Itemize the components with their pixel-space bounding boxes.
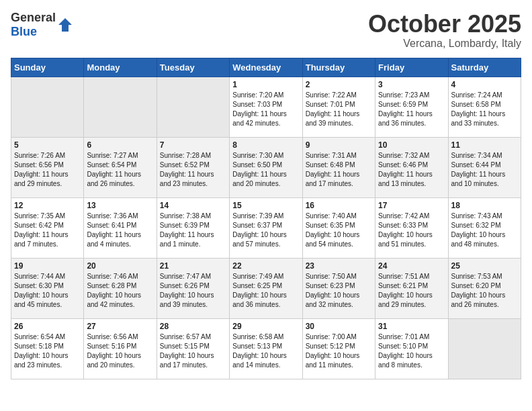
day-cell: 16Sunrise: 7:40 AMSunset: 6:35 PMDayligh… — [302, 197, 375, 258]
cell-details: Sunrise: 7:22 AMSunset: 7:01 PMDaylight:… — [306, 91, 372, 128]
cell-details: Sunrise: 7:38 AMSunset: 6:39 PMDaylight:… — [160, 212, 226, 249]
col-tuesday: Tuesday — [157, 58, 229, 77]
week-row-0: 1Sunrise: 7:20 AMSunset: 7:03 PMDaylight… — [11, 77, 521, 137]
col-thursday: Thursday — [302, 58, 375, 77]
day-number: 31 — [378, 322, 445, 331]
day-number: 10 — [378, 140, 445, 150]
cell-details: Sunrise: 7:31 AMSunset: 6:48 PMDaylight:… — [306, 151, 372, 189]
day-number: 23 — [306, 261, 372, 271]
day-number: 24 — [378, 261, 445, 271]
cell-details: Sunrise: 6:56 AMSunset: 5:16 PMDaylight:… — [87, 332, 153, 370]
day-cell: 14Sunrise: 7:38 AMSunset: 6:39 PMDayligh… — [157, 197, 229, 258]
day-number: 26 — [14, 322, 81, 331]
col-monday: Monday — [84, 58, 157, 77]
cell-details: Sunrise: 7:47 AMSunset: 6:26 PMDaylight:… — [160, 272, 226, 310]
day-cell: 13Sunrise: 7:36 AMSunset: 6:41 PMDayligh… — [84, 197, 157, 258]
day-number: 16 — [306, 201, 372, 210]
day-cell: 1Sunrise: 7:20 AMSunset: 7:03 PMDaylight… — [230, 77, 302, 137]
day-number: 9 — [306, 140, 372, 150]
day-cell: 15Sunrise: 7:39 AMSunset: 6:37 PMDayligh… — [230, 197, 302, 258]
day-cell: 21Sunrise: 7:47 AMSunset: 6:26 PMDayligh… — [157, 258, 229, 318]
cell-details: Sunrise: 7:28 AMSunset: 6:52 PMDaylight:… — [160, 151, 226, 189]
day-cell: 11Sunrise: 7:34 AMSunset: 6:44 PMDayligh… — [448, 137, 521, 197]
svg-marker-0 — [58, 18, 72, 32]
header-row: Sunday Monday Tuesday Wednesday Thursday… — [11, 58, 521, 77]
day-cell: 9Sunrise: 7:31 AMSunset: 6:48 PMDaylight… — [302, 137, 375, 197]
cell-details: Sunrise: 7:32 AMSunset: 6:46 PMDaylight:… — [378, 151, 445, 189]
day-number: 2 — [306, 80, 372, 89]
location-title: Vercana, Lombardy, Italy — [368, 38, 521, 50]
cell-details: Sunrise: 7:43 AMSunset: 6:32 PMDaylight:… — [451, 212, 518, 249]
day-cell — [11, 77, 84, 137]
logo-text: General Blue — [11, 11, 56, 39]
day-number: 15 — [232, 201, 299, 210]
week-row-3: 19Sunrise: 7:44 AMSunset: 6:30 PMDayligh… — [11, 258, 521, 318]
day-cell: 12Sunrise: 7:35 AMSunset: 6:42 PMDayligh… — [11, 197, 84, 258]
day-number: 4 — [451, 80, 518, 89]
cell-details: Sunrise: 7:40 AMSunset: 6:35 PMDaylight:… — [306, 212, 372, 249]
cell-details: Sunrise: 6:58 AMSunset: 5:13 PMDaylight:… — [232, 332, 299, 370]
col-wednesday: Wednesday — [230, 58, 302, 77]
day-cell: 3Sunrise: 7:23 AMSunset: 6:59 PMDaylight… — [375, 77, 448, 137]
week-row-1: 5Sunrise: 7:26 AMSunset: 6:56 PMDaylight… — [11, 137, 521, 197]
cell-details: Sunrise: 7:49 AMSunset: 6:25 PMDaylight:… — [232, 272, 299, 310]
day-cell: 17Sunrise: 7:42 AMSunset: 6:33 PMDayligh… — [375, 197, 448, 258]
day-cell — [157, 77, 229, 137]
day-number: 27 — [87, 322, 153, 331]
day-number: 29 — [232, 322, 299, 331]
cell-details: Sunrise: 6:57 AMSunset: 5:15 PMDaylight:… — [160, 332, 226, 370]
cell-details: Sunrise: 7:44 AMSunset: 6:30 PMDaylight:… — [14, 272, 81, 310]
day-number: 6 — [87, 140, 153, 150]
day-cell: 7Sunrise: 7:28 AMSunset: 6:52 PMDaylight… — [157, 137, 229, 197]
day-number: 25 — [451, 261, 518, 271]
page-header: General Blue October 2025 Vercana, Lomba… — [11, 11, 521, 50]
title-block: October 2025 Vercana, Lombardy, Italy — [368, 11, 521, 50]
day-number: 5 — [14, 140, 81, 150]
day-cell: 30Sunrise: 7:00 AMSunset: 5:12 PMDayligh… — [302, 318, 375, 379]
month-title: October 2025 — [368, 11, 521, 38]
col-saturday: Saturday — [448, 58, 521, 77]
cell-details: Sunrise: 7:34 AMSunset: 6:44 PMDaylight:… — [451, 151, 518, 189]
day-cell: 19Sunrise: 7:44 AMSunset: 6:30 PMDayligh… — [11, 258, 84, 318]
day-number: 18 — [451, 201, 518, 210]
day-cell: 18Sunrise: 7:43 AMSunset: 6:32 PMDayligh… — [448, 197, 521, 258]
day-cell: 24Sunrise: 7:51 AMSunset: 6:21 PMDayligh… — [375, 258, 448, 318]
day-cell: 6Sunrise: 7:27 AMSunset: 6:54 PMDaylight… — [84, 137, 157, 197]
day-cell — [448, 318, 521, 379]
day-cell: 27Sunrise: 6:56 AMSunset: 5:16 PMDayligh… — [84, 318, 157, 379]
cell-details: Sunrise: 7:35 AMSunset: 6:42 PMDaylight:… — [14, 212, 81, 249]
cell-details: Sunrise: 7:24 AMSunset: 6:58 PMDaylight:… — [451, 91, 518, 128]
cell-details: Sunrise: 7:42 AMSunset: 6:33 PMDaylight:… — [378, 212, 445, 249]
cell-details: Sunrise: 7:00 AMSunset: 5:12 PMDaylight:… — [306, 332, 372, 370]
cell-details: Sunrise: 7:20 AMSunset: 7:03 PMDaylight:… — [232, 91, 299, 128]
week-row-2: 12Sunrise: 7:35 AMSunset: 6:42 PMDayligh… — [11, 197, 521, 258]
day-cell: 4Sunrise: 7:24 AMSunset: 6:58 PMDaylight… — [448, 77, 521, 137]
day-cell: 25Sunrise: 7:53 AMSunset: 6:20 PMDayligh… — [448, 258, 521, 318]
day-cell: 23Sunrise: 7:50 AMSunset: 6:23 PMDayligh… — [302, 258, 375, 318]
day-cell: 28Sunrise: 6:57 AMSunset: 5:15 PMDayligh… — [157, 318, 229, 379]
day-number: 8 — [232, 140, 299, 150]
day-cell: 20Sunrise: 7:46 AMSunset: 6:28 PMDayligh… — [84, 258, 157, 318]
day-number: 22 — [232, 261, 299, 271]
day-cell: 5Sunrise: 7:26 AMSunset: 6:56 PMDaylight… — [11, 137, 84, 197]
day-cell: 22Sunrise: 7:49 AMSunset: 6:25 PMDayligh… — [230, 258, 302, 318]
calendar-header: Sunday Monday Tuesday Wednesday Thursday… — [11, 58, 521, 77]
day-number: 12 — [14, 201, 81, 210]
day-number: 7 — [160, 140, 226, 150]
day-number: 17 — [378, 201, 445, 210]
day-cell: 31Sunrise: 7:01 AMSunset: 5:10 PMDayligh… — [375, 318, 448, 379]
calendar-body: 1Sunrise: 7:20 AMSunset: 7:03 PMDaylight… — [11, 77, 521, 379]
day-number: 1 — [232, 80, 299, 89]
cell-details: Sunrise: 7:36 AMSunset: 6:41 PMDaylight:… — [87, 212, 153, 249]
day-cell: 8Sunrise: 7:30 AMSunset: 6:50 PMDaylight… — [230, 137, 302, 197]
calendar-table: Sunday Monday Tuesday Wednesday Thursday… — [11, 58, 521, 379]
col-sunday: Sunday — [11, 58, 84, 77]
cell-details: Sunrise: 6:54 AMSunset: 5:18 PMDaylight:… — [14, 332, 81, 370]
day-number: 19 — [14, 261, 81, 271]
logo: General Blue — [11, 11, 73, 39]
day-number: 20 — [87, 261, 153, 271]
day-number: 30 — [306, 322, 372, 331]
day-cell: 29Sunrise: 6:58 AMSunset: 5:13 PMDayligh… — [230, 318, 302, 379]
day-cell — [84, 77, 157, 137]
cell-details: Sunrise: 7:26 AMSunset: 6:56 PMDaylight:… — [14, 151, 81, 189]
